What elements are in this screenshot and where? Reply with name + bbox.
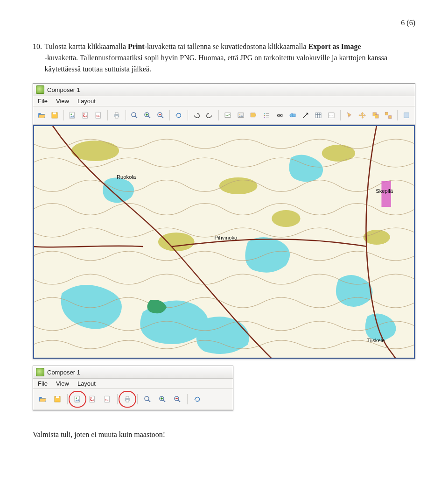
svg-rect-60 xyxy=(125,398,130,401)
step-bold-export: Export as Image xyxy=(308,42,361,50)
svg-line-66 xyxy=(163,400,166,402)
redo-icon[interactable] xyxy=(204,109,215,122)
map-label: Pihvinoko xyxy=(215,235,238,240)
svg-point-48 xyxy=(219,177,258,194)
window-title: Composer 1 xyxy=(47,369,80,376)
toolbar-separator xyxy=(340,110,341,120)
page-number: 6 (6) xyxy=(33,19,415,27)
svg-rect-28 xyxy=(281,115,282,117)
add-legend-icon[interactable] xyxy=(261,109,272,122)
export-image-icon[interactable] xyxy=(67,109,78,122)
refresh-icon[interactable] xyxy=(191,393,204,406)
save-project-icon[interactable] xyxy=(51,393,64,406)
zoom-full-icon[interactable] xyxy=(129,109,140,122)
toolbar-small: SG xyxy=(33,389,233,410)
open-folder-icon[interactable] xyxy=(36,393,49,406)
add-arrow-icon[interactable] xyxy=(300,109,311,122)
export-svg-icon[interactable]: SG xyxy=(101,393,114,406)
undo-icon[interactable] xyxy=(191,109,202,122)
print-icon[interactable] xyxy=(111,109,122,122)
toolbar-separator xyxy=(117,394,118,404)
export-svg-icon[interactable]: SG xyxy=(93,109,104,122)
window-title: Composer 1 xyxy=(47,86,80,93)
svg-rect-54 xyxy=(56,396,59,398)
toolbar-full: SG </> xyxy=(33,106,415,125)
ungroup-icon[interactable] xyxy=(383,109,394,122)
svg-rect-1 xyxy=(53,113,56,114)
map-canvas[interactable]: Ruokola Skepilä Tiiskele Pihvinoko xyxy=(33,125,415,359)
export-image-icon-circled[interactable] xyxy=(71,393,84,406)
export-pdf-icon[interactable] xyxy=(86,393,99,406)
menu-layout[interactable]: Layout xyxy=(77,380,96,387)
svg-rect-43 xyxy=(404,113,409,118)
svg-rect-51 xyxy=(381,181,391,207)
svg-rect-27 xyxy=(280,115,281,117)
svg-rect-42 xyxy=(389,116,392,119)
refresh-icon[interactable] xyxy=(173,109,184,122)
app-icon xyxy=(36,85,44,94)
open-folder-icon[interactable] xyxy=(36,109,47,122)
raise-icon[interactable] xyxy=(401,109,412,122)
menu-file[interactable]: File xyxy=(38,98,48,105)
move-content-icon[interactable] xyxy=(357,109,368,122)
svg-line-64 xyxy=(148,400,151,402)
menubar: File View Layout xyxy=(33,96,415,106)
select-move-icon[interactable] xyxy=(344,109,355,122)
add-map-icon[interactable] xyxy=(222,109,233,122)
svg-rect-30 xyxy=(293,114,295,117)
step-text-3: -kuvaketta. Tallennusformaatiksi sopii h… xyxy=(45,54,387,73)
svg-rect-21 xyxy=(264,117,265,118)
svg-rect-62 xyxy=(126,400,129,402)
add-image-icon[interactable] xyxy=(235,109,246,122)
add-html-icon[interactable]: </> xyxy=(326,109,337,122)
zoom-out-icon[interactable] xyxy=(171,393,184,406)
svg-rect-20 xyxy=(264,115,265,116)
zoom-in-icon[interactable] xyxy=(142,109,153,122)
svg-rect-2 xyxy=(70,112,75,119)
svg-rect-32 xyxy=(315,113,321,118)
svg-point-18 xyxy=(239,114,240,115)
toolbar-separator xyxy=(169,110,170,120)
menu-layout[interactable]: Layout xyxy=(77,98,96,105)
export-pdf-icon[interactable] xyxy=(80,109,91,122)
svg-point-47 xyxy=(272,210,300,227)
svg-text:SG: SG xyxy=(97,114,100,117)
print-icon-circled[interactable] xyxy=(121,393,134,406)
svg-rect-40 xyxy=(375,115,378,119)
menu-file[interactable]: File xyxy=(38,380,48,387)
svg-point-49 xyxy=(322,145,356,162)
map-label: Ruokola xyxy=(117,174,136,180)
map-label: Tiiskele xyxy=(367,338,385,343)
svg-rect-55 xyxy=(75,396,80,402)
svg-rect-9 xyxy=(115,116,118,119)
toolbar-separator xyxy=(63,110,64,120)
instruction-step-10: 10.Tulosta kartta klikkaamalla Print-kuv… xyxy=(33,41,415,75)
window-titlebar[interactable]: Composer 1 xyxy=(33,84,415,96)
app-icon xyxy=(36,368,44,376)
svg-text:</>: </> xyxy=(329,114,333,117)
add-scalebar-icon[interactable] xyxy=(274,109,285,122)
svg-text:SG: SG xyxy=(105,398,109,401)
svg-rect-61 xyxy=(126,396,129,398)
svg-rect-26 xyxy=(278,115,280,117)
toolbar-separator xyxy=(218,110,219,120)
composer-window-full: Composer 1 File View Layout SG </> xyxy=(33,83,415,359)
add-shape-icon[interactable] xyxy=(287,109,298,122)
zoom-full-icon[interactable] xyxy=(141,393,154,406)
menubar-small: File View Layout xyxy=(33,379,233,389)
svg-line-11 xyxy=(135,116,138,119)
zoom-out-icon[interactable] xyxy=(155,109,166,122)
save-project-icon[interactable] xyxy=(49,109,60,122)
add-table-icon[interactable] xyxy=(313,109,324,122)
add-label-icon[interactable] xyxy=(248,109,259,122)
map-label: Skepilä xyxy=(376,188,393,194)
svg-point-3 xyxy=(71,113,72,115)
zoom-in-icon[interactable] xyxy=(156,393,169,406)
svg-line-68 xyxy=(178,400,181,402)
svg-rect-4 xyxy=(83,112,88,119)
menu-view[interactable]: View xyxy=(56,380,69,387)
group-icon[interactable] xyxy=(370,109,381,122)
menu-view[interactable]: View xyxy=(56,98,69,105)
toolbar-separator xyxy=(67,394,68,404)
window-titlebar-small[interactable]: Composer 1 xyxy=(33,366,233,379)
